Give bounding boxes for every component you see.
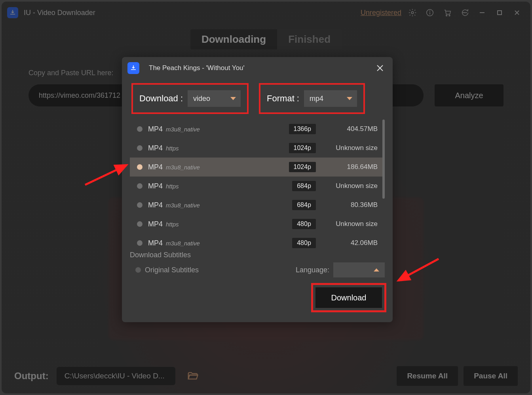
radio-icon (137, 183, 142, 189)
option-size: Unknown size (322, 144, 378, 152)
resolution-option[interactable]: MP4https1024pUnknown size (130, 139, 385, 158)
resolution-option[interactable]: MP4m3u8_native684p80.36MB (130, 196, 385, 215)
option-size: 80.36MB (322, 201, 378, 209)
svg-line-16 (398, 259, 439, 281)
option-resolution: 684p (292, 181, 316, 191)
original-subtitles-radio[interactable] (135, 267, 141, 273)
resolution-option[interactable]: MP4m3u8_native480p42.06MB (130, 234, 385, 253)
option-source: m3u8_native (166, 164, 200, 171)
option-size: 42.06MB (322, 239, 378, 247)
scrollbar[interactable] (382, 120, 385, 199)
dialog-close-button[interactable] (373, 61, 387, 75)
format-select[interactable]: mp4 (304, 90, 357, 107)
radio-icon (137, 126, 142, 132)
option-format: MP4 (148, 125, 163, 133)
download-button[interactable]: Download (315, 287, 382, 308)
option-source: https (166, 183, 179, 190)
option-resolution: 1366p (289, 124, 316, 134)
resolution-option[interactable]: MP4m3u8_native1024p186.64MB (130, 158, 385, 177)
chevron-down-icon (230, 97, 236, 100)
option-resolution: 1024p (289, 162, 316, 172)
original-subtitles-label: Original Subtitles (145, 266, 199, 274)
option-source: m3u8_native (166, 202, 200, 209)
download-select-group: Download : video (131, 83, 249, 114)
option-format: MP4 (148, 144, 163, 152)
option-source: https (166, 145, 179, 152)
annotation-arrow-icon (395, 255, 443, 288)
radio-icon (137, 202, 142, 208)
chevron-down-icon (347, 97, 352, 100)
option-format: MP4 (148, 239, 163, 247)
format-label: Format : (267, 93, 299, 104)
download-dialog: The Peach Kings - 'Without You' Download… (122, 57, 393, 322)
option-format: MP4 (148, 201, 163, 209)
language-label: Language: (296, 266, 329, 274)
format-select-group: Format : mp4 (259, 83, 365, 114)
dialog-title: The Peach Kings - 'Without You' (149, 64, 245, 72)
option-format: MP4 (148, 163, 163, 171)
radio-icon (137, 221, 142, 227)
format-value: mp4 (310, 95, 323, 103)
chevron-up-icon (374, 268, 379, 272)
dialog-logo-icon (127, 62, 139, 74)
radio-icon (137, 164, 142, 170)
option-size: Unknown size (322, 182, 378, 190)
option-resolution: 480p (292, 219, 316, 229)
language-select[interactable] (333, 262, 385, 277)
option-source: m3u8_native (166, 240, 200, 247)
download-type-select[interactable]: video (188, 90, 241, 107)
download-button-highlight: Download (311, 283, 386, 312)
option-format: MP4 (148, 182, 163, 190)
option-format: MP4 (148, 220, 163, 228)
option-resolution: 480p (292, 238, 316, 248)
option-source: m3u8_native (166, 126, 200, 133)
resolution-options-list: MP4m3u8_native1366p404.57MBMP4https1024p… (130, 120, 385, 253)
option-resolution: 1024p (289, 143, 316, 153)
resolution-option[interactable]: MP4https480pUnknown size (130, 215, 385, 234)
option-source: https (166, 221, 179, 228)
download-label: Download : (139, 93, 183, 104)
option-resolution: 684p (292, 200, 316, 210)
radio-icon (137, 240, 142, 246)
radio-icon (137, 145, 142, 151)
download-type-value: video (193, 95, 210, 103)
resolution-option[interactable]: MP4https684pUnknown size (130, 177, 385, 196)
annotation-arrow-icon (83, 157, 131, 190)
svg-line-15 (85, 165, 127, 185)
option-size: 186.64MB (322, 163, 378, 171)
option-size: 404.57MB (322, 125, 378, 133)
option-size: Unknown size (322, 220, 378, 228)
resolution-option[interactable]: MP4m3u8_native1366p404.57MB (130, 120, 385, 139)
